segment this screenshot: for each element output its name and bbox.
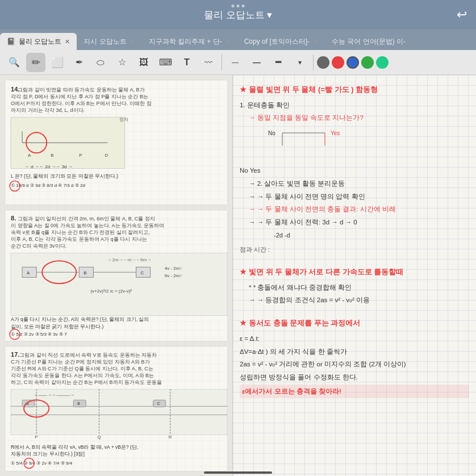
note-line-1-6: → → 두 물체 사이 전면의 충돌 결과: 시간에 비례 (249, 203, 469, 215)
color-gray[interactable] (317, 56, 329, 69)
keyboard-tool[interactable]: ⌨ (156, 53, 175, 72)
svg-text:No: No (268, 130, 275, 136)
svg-text:L 은? (단, 물체의 크기와 모든 마찰은 무시한다.): L 은? (단, 물체의 크기와 모든 마찰은 무시한다.) (11, 173, 118, 179)
note-line-1-1: 1. 운테충돌 확인 (240, 99, 469, 111)
svg-text:← d →← 2d →← 3d →: ← d →← 2d →← 3d → (25, 164, 73, 169)
svg-text:순간 C의 속력은 3v이다.: 순간 C의 속력은 3v이다. (11, 244, 66, 249)
title-dropdown[interactable]: ▾ (267, 9, 272, 21)
tab-korean[interactable]: 수능 국어 언어(문법) 이- (325, 33, 412, 50)
svg-text:←——→←———→: ←——→←———→ (34, 393, 74, 398)
left-panel[interactable]: 14. 그림과 같이 빗면을 따라 등가속도 운동하는 물체 A, B가 각각 … (0, 75, 233, 476)
note-line-3-1: ε = Δ.t: (240, 333, 469, 345)
svg-text:기준선 R에 A와 C가 기준선 Q를 동시에 지난다. 이: 기준선 R에 A와 C가 기준선 Q를 동시에 지난다. 이후 A, B, C는 (11, 366, 153, 371)
svg-text:C가 기준선 P를 지나는 순간 P에 정지해 있던 자동차: C가 기준선 P를 지나는 순간 P에 정지해 있던 자동차 A와 B가 (11, 359, 150, 365)
note-section-1: 물렬 빛면 위 두 물체 (=빨 가도 ) 함동형 1. 운테충돌 확인 → 동… (240, 84, 469, 255)
svg-text:까지의 거리는 각각 3d, L, d이다.: 까지의 거리는 각각 3d, L, d이다. (11, 107, 85, 113)
note-section-2: 빛면 위 두 물체가 서로 다른 가속도로 를동할때 * * 충돌에서 왜냐다 … (240, 266, 469, 306)
page-card-2: 8. 그림과 같이 일직선의 간격 2m, m, 6m인 물체 A, B, C를… (5, 210, 228, 341)
svg-text:B: B (83, 271, 86, 276)
time-line: 점과 시간 : (240, 245, 469, 255)
svg-text:C: C (157, 402, 160, 406)
svg-text:길이, 모든 마찰은 굵기 저항은 무시한다.): 길이, 모든 마찰은 굵기 저항은 무시한다.) (11, 324, 104, 329)
svg-text:(v+2v)²/2  /c = (2v-v)²: (v+2v)²/2 /c = (2v-v)² (90, 289, 132, 294)
color-green[interactable] (361, 56, 374, 69)
right-panel[interactable]: 물렬 빛면 위 두 물체 (=빨 가도 ) 함동형 1. 운테충돌 확인 → 동… (233, 75, 476, 476)
tab-physics[interactable]: 📓 물리 오답노트 ✕ (0, 33, 77, 50)
tab-close[interactable]: ✕ (226, 38, 231, 45)
separator (222, 55, 222, 70)
star-tool[interactable]: ☆ (112, 53, 132, 72)
svg-text:이후 A, B, C는 각각 등가속도 운동하여 A가 q를: 이후 A, B, C는 각각 등가속도 운동하여 A가 q를 다시 지나는 (11, 236, 147, 242)
note-section-3: 동서도 충돌 문제를 푸는 과정에서 ε = Δ.t: ΔV=a·Δt ) 의 … (240, 318, 469, 398)
svg-text:P: P (79, 153, 82, 158)
svg-text:① 10/9 d  ② 3d  ③ 8/3 d  ④ 7/3: ① 10/9 d ② 3d ③ 8/3 d ④ 7/3 d ⑤ 2d (11, 183, 85, 188)
tab-label: 수능 국어 언어(문법) 이- (332, 37, 406, 47)
line-thin-tool[interactable]: — (226, 53, 245, 72)
svg-text:이 영향을 A는 질 0에 가속도 높하여 놓는다. A는 : 이 영향을 A는 질 0에 가속도 높하여 놓는다. A는 등가속도 운동하여 (11, 223, 164, 228)
tab-earth1[interactable]: 지시 오답노트 ✕ (77, 33, 141, 50)
tab-icon: 📓 (7, 37, 15, 45)
svg-text:D: D (105, 153, 108, 158)
line-thick-tool[interactable]: ━ (269, 53, 288, 72)
svg-text:B: B (51, 153, 53, 158)
svg-text:속력 v로 B를 q를 지나는 순간 B와 C가 전경된 실: 속력 v로 B를 q를 지나는 순간 B와 C가 전경된 실이 잘려지고, (11, 229, 150, 235)
tab-copyof[interactable]: Copy of [토익마스터]- ✕ (237, 33, 325, 50)
note-title-1: 물렬 빛면 위 두 물체 (=빨 가도 ) 함동형 (240, 84, 469, 96)
app-title: 물리 오답노트 ▾ (204, 9, 272, 22)
note-line-3-5: ε에서가서 모르는 충격을 찾아라! (240, 385, 469, 399)
main-content: 14. 그림과 같이 빗면을 따라 등가속도 운동하는 물체 A, B가 각각 … (0, 75, 476, 476)
svg-text:그림과 같이 일직선의 간격 2m, m, 6m인 물체 A: 그림과 같이 일직선의 간격 2m, m, 6m인 물체 A, B, C를 정지 (18, 216, 155, 222)
branch-diagram: No Yes (262, 128, 469, 160)
eraser-tool[interactable]: ⬜ (48, 53, 67, 72)
line-mid-tool[interactable]: — (247, 53, 266, 72)
svg-text:A가 q를 다시 지나는 순간, A의 속력은? (단, 물: A가 q를 다시 지나는 순간, A의 속력은? (단, 물체의 크기, 실의 (11, 317, 149, 323)
svg-text:O에서 P까지 정한한다. 이후 A와 B는 P에서 만난다: O에서 P까지 정한한다. 이후 A와 B는 P에서 만난다. 이때한 점 (11, 101, 152, 106)
pencil-tool[interactable]: ✒ (69, 53, 89, 72)
note-line-1-4: → 2. 살아도 빛면 활동 분리운동 (249, 178, 469, 190)
tab-close[interactable]: ✕ (65, 38, 70, 45)
text-tool[interactable]: T (177, 53, 197, 72)
svg-text:자동차의 크기는 무시한다.) [3점]: 자동차의 크기는 무시한다.) [3점] (11, 451, 85, 457)
pen-tool[interactable]: ✏ (26, 53, 45, 72)
tab-earth2[interactable]: 지구과학 킬리주제 + 단- ✕ (142, 33, 237, 50)
tab-label: Copy of [토익마스터]- (244, 37, 310, 47)
window-dots (232, 5, 245, 7)
back-button[interactable]: ↩ (457, 7, 467, 22)
color-teal[interactable] (376, 56, 389, 69)
note-line-3-2: ΔV=a·Δt ) 의 세 가지 식을 한 줄씩가 (240, 346, 469, 358)
tab-close[interactable]: ✕ (130, 38, 135, 45)
search-tool[interactable]: 🔍 (5, 53, 24, 72)
tab-close[interactable]: ✕ (313, 38, 318, 45)
shape-tool[interactable]: ⬭ (91, 53, 110, 72)
page-card-1: 14. 그림과 같이 빗면을 따라 등가속도 운동하는 물체 A, B가 각각 … (5, 80, 228, 205)
tab-label: 물리 오답노트 (19, 37, 61, 47)
svg-text:17.: 17. (11, 351, 19, 358)
svg-text:4v - 2m↑: 4v - 2m↑ (165, 266, 182, 272)
svg-text:P: P (35, 435, 37, 440)
svg-text:① 5/4  ② 9/4  ③ 2v  ④ 7/4  ⑤ 9: ① 5/4 ② 9/4 ③ 2v ④ 7/4 ⑤ 9/4 (11, 460, 73, 465)
color-red[interactable] (332, 56, 344, 69)
scroll-indicator (204, 471, 272, 474)
lasso-tool[interactable]: 〰 (199, 53, 218, 72)
notes-content: 물렬 빛면 위 두 물체 (=빨 가도 ) 함동형 1. 운테충돌 확인 → 동… (233, 75, 476, 419)
page-image-1: 14. 그림과 같이 빗면을 따라 등가속도 운동하는 물체 A, B가 각각 … (5, 80, 227, 205)
tab-label: 지시 오답노트 (83, 37, 126, 47)
formula-line: -2d -d (274, 231, 469, 241)
note-line-2-2: → → 등경합의 조건식 2as = v² - v₀² 이용 (249, 294, 469, 306)
note-line-1-7: → → 두 물체 사이 전력: 3d → d → 0 (249, 216, 469, 228)
image-tool[interactable]: 🖼 (134, 53, 153, 72)
note-line-3-3: 2as = v² - v₀² 거리에 관한 or 미지수의 조합 (2개 이상이… (240, 358, 469, 370)
svg-text:A: A (27, 271, 30, 276)
page-image-3: 17. 그림과 같이 직선 도로에서 속력 V로 등속도 운동하는 자동차 C가… (5, 346, 227, 471)
tab-label: 지구과학 킬리주제 + 단- (149, 37, 222, 47)
page-card-3: 17. 그림과 같이 직선 도로에서 속력 V로 등속도 운동하는 자동차 C가… (5, 346, 228, 471)
svg-text:6v - 2m↑: 6v - 2m↑ (165, 274, 182, 279)
note-line-3-4: 성립하면 방정식을 풀어 수정화도 한다. (240, 371, 469, 383)
note-line-1-5: → → 두 물체 사이 전면 명의 압력 확인 (249, 191, 469, 203)
note-line-1-2: → 동일 지점을 동일 속도로 지나는가? (249, 112, 469, 124)
color-blue[interactable] (346, 56, 359, 69)
separator2 (313, 55, 314, 70)
line-dropdown[interactable]: ▾ (290, 53, 310, 72)
svg-text:B: B (77, 402, 80, 406)
svg-text:하고, C의 속력이 같아지는 순간 B는 P에서 B까지 : 하고, C의 속력이 같아지는 순간 B는 P에서 B까지 등가속도 운동을 (11, 379, 162, 385)
